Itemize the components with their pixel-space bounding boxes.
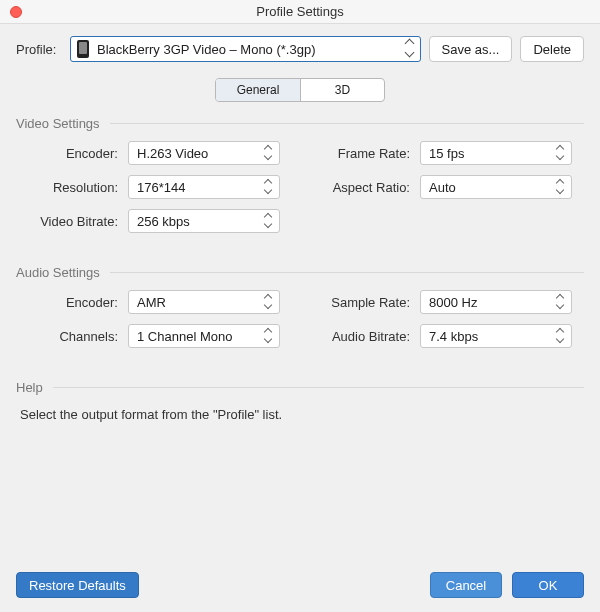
video-bitrate-label: Video Bitrate:: [18, 214, 128, 229]
profile-value: BlackBerry 3GP Video – Mono (*.3gp): [97, 42, 315, 57]
resolution-label: Resolution:: [18, 180, 128, 195]
chevron-updown-icon: [404, 40, 414, 58]
titlebar: Profile Settings: [0, 0, 600, 24]
chevron-updown-icon: [263, 214, 273, 228]
video-settings-heading: Video Settings: [16, 116, 100, 131]
frame-rate-select[interactable]: 15 fps: [420, 141, 572, 165]
profile-row: Profile: BlackBerry 3GP Video – Mono (*.…: [16, 36, 584, 62]
video-encoder-select[interactable]: H.263 Video: [128, 141, 280, 165]
divider: [110, 272, 584, 273]
sample-rate-label: Sample Rate:: [310, 295, 420, 310]
chevron-updown-icon: [263, 329, 273, 343]
profile-label: Profile:: [16, 42, 62, 57]
chevron-updown-icon: [555, 329, 565, 343]
channels-select[interactable]: 1 Channel Mono: [128, 324, 280, 348]
chevron-updown-icon: [555, 180, 565, 194]
aspect-ratio-select[interactable]: Auto: [420, 175, 572, 199]
frame-rate-label: Frame Rate:: [310, 146, 420, 161]
chevron-updown-icon: [555, 295, 565, 309]
video-bitrate-value: 256 kbps: [137, 214, 190, 229]
restore-defaults-button[interactable]: Restore Defaults: [16, 572, 139, 598]
audio-bitrate-label: Audio Bitrate:: [310, 329, 420, 344]
tabs: General 3D: [16, 78, 584, 102]
frame-rate-value: 15 fps: [429, 146, 464, 161]
audio-encoder-select[interactable]: AMR: [128, 290, 280, 314]
audio-bitrate-value: 7.4 kbps: [429, 329, 478, 344]
audio-bitrate-select[interactable]: 7.4 kbps: [420, 324, 572, 348]
profile-select[interactable]: BlackBerry 3GP Video – Mono (*.3gp): [70, 36, 421, 62]
footer: Restore Defaults Cancel OK: [16, 572, 584, 598]
close-icon[interactable]: [10, 6, 22, 18]
ok-button[interactable]: OK: [512, 572, 584, 598]
video-settings-group: Video Settings Encoder: H.263 Video Fram…: [16, 116, 584, 233]
resolution-value: 176*144: [137, 180, 185, 195]
chevron-updown-icon: [263, 146, 273, 160]
video-encoder-label: Encoder:: [18, 146, 128, 161]
delete-button[interactable]: Delete: [520, 36, 584, 62]
sample-rate-value: 8000 Hz: [429, 295, 477, 310]
channels-label: Channels:: [18, 329, 128, 344]
video-bitrate-select[interactable]: 256 kbps: [128, 209, 280, 233]
audio-encoder-value: AMR: [137, 295, 166, 310]
video-encoder-value: H.263 Video: [137, 146, 208, 161]
divider: [110, 123, 584, 124]
tab-3d[interactable]: 3D: [300, 79, 384, 101]
audio-settings-group: Audio Settings Encoder: AMR Sample Rate:…: [16, 265, 584, 348]
chevron-updown-icon: [263, 180, 273, 194]
help-group: Help Select the output format from the "…: [16, 380, 584, 422]
help-text: Select the output format from the "Profi…: [16, 405, 584, 422]
sample-rate-select[interactable]: 8000 Hz: [420, 290, 572, 314]
resolution-select[interactable]: 176*144: [128, 175, 280, 199]
chevron-updown-icon: [263, 295, 273, 309]
save-as-button[interactable]: Save as...: [429, 36, 513, 62]
aspect-ratio-label: Aspect Ratio:: [310, 180, 420, 195]
device-icon: [77, 40, 89, 58]
audio-encoder-label: Encoder:: [18, 295, 128, 310]
channels-value: 1 Channel Mono: [137, 329, 232, 344]
chevron-updown-icon: [555, 146, 565, 160]
tab-general[interactable]: General: [216, 79, 300, 101]
help-heading: Help: [16, 380, 43, 395]
cancel-button[interactable]: Cancel: [430, 572, 502, 598]
audio-settings-heading: Audio Settings: [16, 265, 100, 280]
aspect-ratio-value: Auto: [429, 180, 456, 195]
window-title: Profile Settings: [256, 4, 343, 19]
divider: [53, 387, 584, 388]
